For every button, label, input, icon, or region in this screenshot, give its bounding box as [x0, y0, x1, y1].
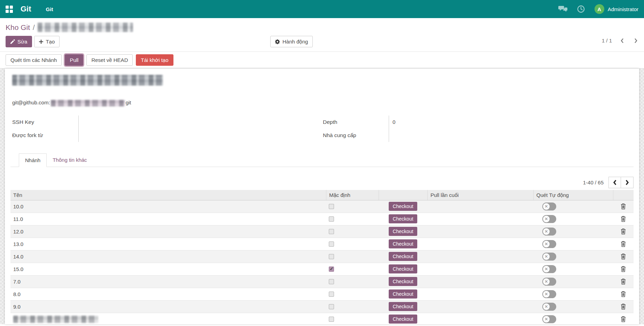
branch-name: 14.0 — [10, 254, 326, 260]
auto-scan-toggle[interactable] — [542, 290, 556, 298]
depth-value: 0 — [389, 119, 395, 125]
default-checkbox[interactable] — [329, 304, 334, 309]
default-checkbox[interactable] — [329, 267, 334, 272]
column-header-default[interactable]: Mặc định — [326, 190, 379, 200]
delete-trash-icon[interactable] — [621, 291, 626, 297]
auto-scan-toggle[interactable] — [542, 265, 556, 273]
checkout-button[interactable]: Checkout — [389, 302, 417, 311]
pull-button[interactable]: Pull — [65, 54, 83, 66]
column-header-auto-scan[interactable]: Quét Tự động — [533, 190, 613, 200]
auto-scan-toggle[interactable] — [542, 303, 556, 311]
pencil-icon — [10, 39, 15, 44]
toggle-off-x-icon — [543, 316, 550, 323]
default-checkbox[interactable] — [329, 216, 334, 222]
table-row[interactable]: 10.0 Checkout — [10, 200, 634, 213]
checkout-button[interactable]: Checkout — [389, 239, 417, 248]
app-brand[interactable]: Git — [21, 5, 31, 14]
checkout-button[interactable]: Checkout — [389, 315, 417, 324]
list-pager-previous-button[interactable] — [608, 177, 621, 188]
apps-grid-icon[interactable] — [6, 6, 13, 13]
branch-name: 9.0 — [10, 304, 326, 310]
branch-name: 15.0 — [10, 266, 326, 272]
auto-scan-toggle[interactable] — [542, 315, 556, 323]
branch-name-redacted — [13, 316, 98, 323]
scan-branches-button[interactable]: Quét tìm các Nhánh — [6, 54, 62, 66]
auto-scan-toggle[interactable] — [542, 202, 556, 210]
breadcrumb-root-link[interactable]: Kho Git — [6, 23, 30, 32]
default-checkbox[interactable] — [329, 317, 334, 322]
toggle-off-x-icon — [543, 253, 550, 260]
table-row[interactable]: 15.0 Checkout — [10, 263, 634, 276]
delete-trash-icon[interactable] — [621, 241, 626, 247]
column-header-checkout — [379, 190, 427, 200]
default-checkbox[interactable] — [329, 241, 334, 247]
reinitialize-button[interactable]: Tái khởi tạo — [136, 54, 173, 66]
delete-trash-icon[interactable] — [621, 228, 626, 234]
auto-scan-toggle[interactable] — [542, 215, 556, 223]
git-url-redacted — [51, 100, 125, 106]
user-menu[interactable]: A Administrator — [595, 4, 638, 14]
menu-item-git[interactable]: Git — [46, 6, 53, 12]
delete-trash-icon[interactable] — [621, 316, 626, 322]
breadcrumb-current-redacted — [38, 23, 133, 32]
table-row[interactable]: 9.0 Checkout — [10, 301, 634, 313]
branch-name — [10, 316, 326, 323]
branches-table-body: 10.0 Checkout 11.0 Check — [10, 200, 634, 324]
pager-previous-icon[interactable] — [620, 38, 624, 43]
page-background: git@github.com:git SSH Key Được fork từ … — [0, 69, 644, 324]
delete-trash-icon[interactable] — [621, 253, 626, 260]
tab-branches[interactable]: Nhánh — [19, 153, 47, 167]
table-row[interactable]: 11.0 Checkout — [10, 213, 634, 225]
checkout-button[interactable]: Checkout — [389, 277, 417, 286]
table-row[interactable]: 8.0 Checkout — [10, 288, 634, 301]
form-sheet: git@github.com:git SSH Key Được fork từ … — [5, 69, 639, 324]
checkout-button[interactable]: Checkout — [389, 252, 417, 261]
delete-trash-icon[interactable] — [621, 278, 626, 285]
column-header-last-pull[interactable]: Pull lần cuối — [427, 190, 533, 200]
default-checkbox[interactable] — [329, 279, 334, 284]
edit-button[interactable]: Sửa — [6, 36, 32, 47]
toggle-off-x-icon — [543, 203, 550, 210]
toggle-off-x-icon — [543, 266, 550, 272]
activities-clock-icon[interactable] — [576, 5, 585, 13]
delete-trash-icon[interactable] — [621, 266, 626, 272]
table-row[interactable]: Checkout — [10, 313, 634, 324]
branches-table: Tên Mặc định Pull lần cuối Quét Tự động … — [10, 190, 634, 324]
checkout-button[interactable]: Checkout — [389, 289, 417, 299]
delete-trash-icon[interactable] — [621, 303, 626, 310]
checkout-button[interactable]: Checkout — [389, 202, 417, 211]
toggle-off-x-icon — [543, 278, 550, 285]
statusbar: Quét tìm các Nhánh Pull Reset về HEAD Tá… — [0, 52, 644, 69]
table-row[interactable]: 13.0 Checkout — [10, 238, 634, 251]
auto-scan-toggle[interactable] — [542, 278, 556, 286]
action-menu-button[interactable]: Hành động — [270, 36, 313, 47]
default-checkbox[interactable] — [329, 229, 334, 234]
checkout-button[interactable]: Checkout — [389, 214, 417, 223]
auto-scan-toggle[interactable] — [542, 228, 556, 236]
reset-head-button[interactable]: Reset về HEAD — [86, 54, 133, 66]
column-header-name[interactable]: Tên — [10, 190, 326, 200]
breadcrumb-separator: / — [33, 23, 35, 32]
control-panel: Kho Git / Sửa Tạo Hành động 1 / 1 — [0, 18, 644, 52]
checkout-button[interactable]: Checkout — [389, 264, 417, 273]
auto-scan-toggle[interactable] — [542, 253, 556, 261]
table-row[interactable]: 12.0 Checkout — [10, 225, 634, 238]
create-button[interactable]: Tạo — [34, 36, 60, 47]
table-row[interactable]: 7.0 Checkout — [10, 276, 634, 288]
list-pager-next-button[interactable] — [621, 177, 634, 188]
default-checkbox[interactable] — [329, 204, 334, 209]
default-checkbox[interactable] — [329, 292, 334, 297]
delete-trash-icon[interactable] — [621, 216, 626, 222]
auto-scan-toggle[interactable] — [542, 240, 556, 248]
table-row[interactable]: 14.0 Checkout — [10, 251, 634, 263]
notebook-tabs: Nhánh Thông tin khác — [10, 153, 634, 167]
toggle-off-x-icon — [543, 291, 550, 297]
toggle-off-x-icon — [543, 228, 550, 235]
tab-other-info[interactable]: Thông tin khác — [47, 153, 93, 167]
gear-icon — [275, 39, 280, 44]
messages-icon[interactable] — [558, 5, 567, 13]
delete-trash-icon[interactable] — [621, 203, 626, 209]
default-checkbox[interactable] — [329, 254, 334, 259]
pager-next-icon[interactable] — [634, 38, 638, 43]
checkout-button[interactable]: Checkout — [389, 227, 417, 236]
